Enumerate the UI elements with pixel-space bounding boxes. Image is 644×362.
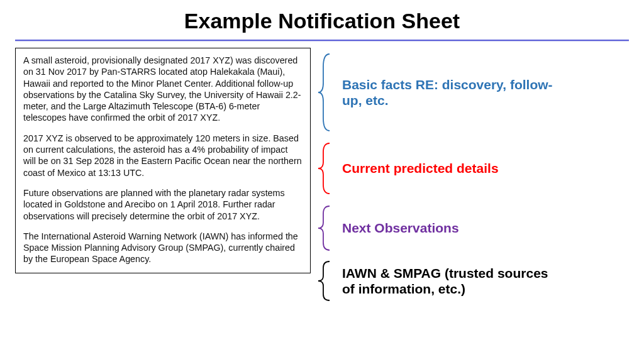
annotation-discovery: Basic facts RE: discovery, follow-up, et… bbox=[316, 52, 556, 133]
annotation-prediction: Current predicted details bbox=[316, 141, 499, 196]
content-row: A small asteroid, provisionally designat… bbox=[0, 48, 644, 273]
title-rule bbox=[15, 40, 629, 41]
brace-icon bbox=[316, 141, 333, 196]
annotation-label: Basic facts RE: discovery, follow-up, et… bbox=[342, 77, 556, 108]
sheet-paragraph-discovery: A small asteroid, provisionally designat… bbox=[23, 55, 303, 124]
annotation-label: Next Observations bbox=[342, 220, 459, 236]
notification-sheet: A small asteroid, provisionally designat… bbox=[15, 48, 311, 273]
sheet-paragraph-iawn: The International Asteroid Warning Netwo… bbox=[23, 231, 303, 265]
sheet-paragraph-prediction: 2017 XYZ is observed to be approximately… bbox=[23, 133, 303, 178]
annotation-label: Current predicted details bbox=[342, 160, 499, 176]
brace-icon bbox=[316, 204, 333, 253]
annotations-column: Basic facts RE: discovery, follow-up, et… bbox=[316, 48, 629, 273]
brace-icon bbox=[316, 52, 333, 133]
annotation-observations: Next Observations bbox=[316, 204, 459, 253]
annotation-label: IAWN & SMPAG (trusted sources of informa… bbox=[342, 265, 556, 297]
page-title: Example Notification Sheet bbox=[0, 0, 644, 40]
annotation-iawn: IAWN & SMPAG (trusted sources of informa… bbox=[316, 259, 556, 303]
brace-icon bbox=[316, 259, 333, 303]
sheet-paragraph-observations: Future observations are planned with the… bbox=[23, 187, 303, 222]
